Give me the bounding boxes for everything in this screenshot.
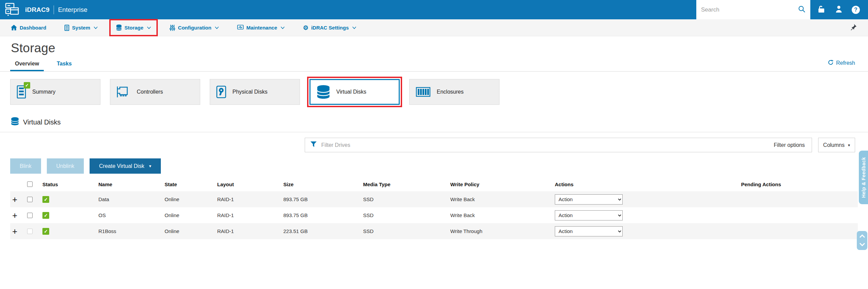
row-action-select[interactable]: Action xyxy=(555,226,623,236)
chevron-down-icon xyxy=(281,26,285,29)
help-feedback-label: Help & Feedback xyxy=(861,157,866,198)
create-virtual-disk-button[interactable]: Create Virtual Disk ▾ xyxy=(90,158,161,174)
header-state: State xyxy=(165,177,217,191)
gear-icon: ⚙ xyxy=(303,25,308,31)
columns-dropdown-button[interactable]: Columns ▾ xyxy=(818,138,855,152)
columns-label: Columns xyxy=(823,142,845,148)
refresh-label: Refresh xyxy=(836,60,855,66)
header-size: Size xyxy=(283,177,363,191)
header-select-all xyxy=(27,177,42,191)
refresh-button[interactable]: Refresh xyxy=(828,59,855,67)
sliders-icon xyxy=(169,25,175,31)
product-edition: Enterprise xyxy=(58,6,88,14)
tile-controllers[interactable]: Controllers xyxy=(110,79,200,105)
nav-label: iDRAC Settings xyxy=(311,25,349,31)
status-ok-icon: ✓ xyxy=(42,228,49,235)
table-row: + ✓ Data Online RAID-1 893.75 GB SSD Wri… xyxy=(10,191,858,207)
monitor-pulse-icon xyxy=(237,25,244,31)
page-title: Storage xyxy=(10,36,858,57)
table-header-row: Status Name State Layout Size Media Type… xyxy=(10,177,858,191)
user-icon[interactable] xyxy=(835,5,843,15)
help-icon[interactable]: ? xyxy=(852,6,860,14)
nav-maintenance[interactable]: Maintenance xyxy=(232,21,289,34)
scroll-up-icon[interactable] xyxy=(859,233,865,239)
expand-row-icon[interactable]: + xyxy=(10,210,17,220)
row-action-select[interactable]: Action xyxy=(555,210,623,220)
table-row: + ✓ R1Boss Online RAID-1 223.51 GB SSD W… xyxy=(10,223,858,239)
cell-state: Online xyxy=(165,191,217,207)
row-checkbox xyxy=(27,229,33,234)
storage-db-icon xyxy=(116,24,122,31)
nav-label: Configuration xyxy=(178,25,211,31)
filter-drives-box[interactable]: Filter options xyxy=(305,138,812,152)
cell-state: Online xyxy=(165,207,217,223)
filter-options-button[interactable]: Filter options xyxy=(772,142,806,148)
tab-tasks[interactable]: Tasks xyxy=(52,61,76,72)
header-name: Name xyxy=(98,177,165,191)
virtual-disks-table: Status Name State Layout Size Media Type… xyxy=(10,177,858,239)
tile-summary[interactable]: ✓ Summary xyxy=(10,79,100,105)
refresh-icon xyxy=(828,59,834,67)
filter-drives-input[interactable] xyxy=(321,142,768,148)
controllers-icon xyxy=(116,86,131,98)
nav-system[interactable]: System xyxy=(60,21,102,34)
filter-row: Filter options Columns ▾ xyxy=(10,132,858,152)
tile-enclosures[interactable]: Enclosures xyxy=(409,79,499,105)
expand-row-icon[interactable]: + xyxy=(10,194,17,205)
table-toolbar: Blink Unblink Create Virtual Disk ▾ xyxy=(10,152,858,177)
main-navbar: Dashboard System Storage xyxy=(0,19,868,36)
cell-layout: RAID-1 xyxy=(217,223,283,239)
blink-button[interactable]: Blink xyxy=(10,158,41,174)
help-feedback-tab[interactable]: Help & Feedback xyxy=(859,151,868,204)
nav-idrac-settings[interactable]: ⚙ iDRAC Settings xyxy=(298,21,361,34)
cell-write-policy: Write Back xyxy=(450,207,555,223)
tile-physical-disks[interactable]: Physical Disks xyxy=(210,79,300,105)
chevron-down-icon xyxy=(215,26,219,29)
unlock-icon[interactable] xyxy=(817,5,826,15)
cell-write-policy: Write Through xyxy=(450,223,555,239)
cell-pending-actions xyxy=(741,223,858,239)
select-all-checkbox[interactable] xyxy=(27,181,33,187)
status-ok-icon: ✓ xyxy=(42,212,49,219)
nav-storage[interactable]: Storage xyxy=(111,21,156,34)
tile-label: Controllers xyxy=(137,89,163,95)
tile-label: Summary xyxy=(32,89,55,95)
unblink-button[interactable]: Unblink xyxy=(47,158,84,174)
virtual-disks-section-icon xyxy=(11,117,19,127)
tile-virtual-disks[interactable]: Virtual Disks xyxy=(309,79,400,105)
nav-label: Maintenance xyxy=(246,25,277,31)
summary-icon: ✓ xyxy=(17,85,26,99)
row-checkbox[interactable] xyxy=(27,197,33,202)
funnel-icon xyxy=(310,141,317,149)
server-icon xyxy=(64,25,69,31)
search-box[interactable] xyxy=(696,0,810,19)
nav-configuration[interactable]: Configuration xyxy=(165,21,224,34)
cell-size: 893.75 GB xyxy=(283,207,363,223)
brand: iDRAC9 Enterprise xyxy=(0,2,88,17)
scroll-down-icon[interactable] xyxy=(859,242,865,248)
cell-name: R1Boss xyxy=(98,223,165,239)
search-icon[interactable] xyxy=(798,5,806,14)
caret-down-icon: ▾ xyxy=(848,143,850,148)
enclosures-icon xyxy=(416,87,431,97)
cell-layout: RAID-1 xyxy=(217,191,283,207)
cell-name: Data xyxy=(98,191,165,207)
header-write-policy: Write Policy xyxy=(450,177,555,191)
page-scroll-buttons[interactable] xyxy=(857,231,867,250)
header-status: Status xyxy=(42,177,98,191)
section-title: Virtual Disks xyxy=(23,118,61,126)
product-name: iDRAC9 xyxy=(25,6,50,14)
home-icon xyxy=(11,25,17,31)
search-input[interactable] xyxy=(701,6,798,13)
expand-row-icon[interactable]: + xyxy=(10,226,17,236)
tile-label: Virtual Disks xyxy=(336,89,366,95)
summary-check-badge: ✓ xyxy=(24,82,30,89)
row-action-select[interactable]: Action xyxy=(555,194,623,205)
nav-dashboard[interactable]: Dashboard xyxy=(6,21,51,34)
chevron-down-icon xyxy=(352,26,356,29)
brand-divider xyxy=(54,5,54,14)
row-checkbox[interactable] xyxy=(27,213,33,218)
pin-icon[interactable] xyxy=(850,23,862,32)
tab-overview[interactable]: Overview xyxy=(10,61,44,72)
header-layout: Layout xyxy=(217,177,283,191)
